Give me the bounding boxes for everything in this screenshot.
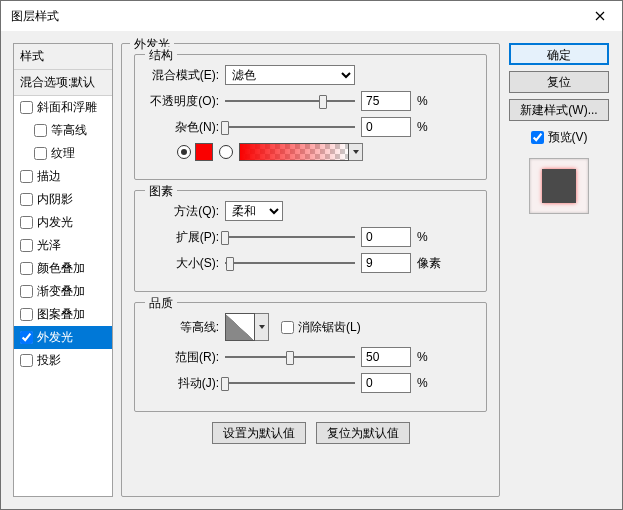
style-item-checkbox[interactable] (20, 239, 33, 252)
noise-slider[interactable] (225, 119, 355, 135)
size-slider[interactable] (225, 255, 355, 271)
style-item-checkbox[interactable] (34, 124, 47, 137)
preview-checkbox-wrap[interactable]: 预览(V) (531, 129, 588, 146)
size-unit: 像素 (417, 255, 441, 272)
contour-dropdown-button[interactable] (255, 313, 269, 341)
technique-label: 方法(Q): (147, 203, 225, 220)
size-label: 大小(S): (147, 255, 225, 272)
style-item-label: 光泽 (37, 237, 61, 254)
antialias-checkbox-label[interactable]: 消除锯齿(L) (281, 319, 361, 336)
style-item-10[interactable]: 外发光 (14, 326, 112, 349)
outer-glow-group: 外发光 结构 混合模式(E): 滤色 不透明度(O): % (121, 43, 500, 497)
style-item-checkbox[interactable] (20, 101, 33, 114)
antialias-checkbox[interactable] (281, 321, 294, 334)
style-item-label: 等高线 (51, 122, 87, 139)
jitter-slider[interactable] (225, 375, 355, 391)
style-item-5[interactable]: 内发光 (14, 211, 112, 234)
style-item-label: 外发光 (37, 329, 73, 346)
preview-box (529, 158, 589, 214)
style-item-label: 纹理 (51, 145, 75, 162)
jitter-unit: % (417, 376, 428, 390)
antialias-text: 消除锯齿(L) (298, 319, 361, 336)
blend-mode-label: 混合模式(E): (147, 67, 225, 84)
elements-group: 图素 方法(Q): 柔和 扩展(P): % 大小(S): (134, 190, 487, 292)
preview-label: 预览(V) (548, 129, 588, 146)
style-item-9[interactable]: 图案叠加 (14, 303, 112, 326)
spread-slider[interactable] (225, 229, 355, 245)
gradient-dropdown-button[interactable] (349, 143, 363, 161)
style-item-7[interactable]: 颜色叠加 (14, 257, 112, 280)
style-item-label: 颜色叠加 (37, 260, 85, 277)
reset-default-button[interactable]: 复位为默认值 (316, 422, 410, 444)
preview-checkbox[interactable] (531, 131, 544, 144)
titlebar: 图层样式 (1, 1, 622, 31)
style-item-checkbox[interactable] (20, 354, 33, 367)
ok-button[interactable]: 确定 (509, 43, 609, 65)
noise-input[interactable] (361, 117, 411, 137)
noise-label: 杂色(N): (147, 119, 225, 136)
center-panel: 外发光 结构 混合模式(E): 滤色 不透明度(O): % (121, 43, 500, 497)
opacity-slider[interactable] (225, 93, 355, 109)
range-input[interactable] (361, 347, 411, 367)
style-item-label: 投影 (37, 352, 61, 369)
style-item-checkbox[interactable] (20, 331, 33, 344)
range-label: 范围(R): (147, 349, 225, 366)
spread-unit: % (417, 230, 428, 244)
style-item-checkbox[interactable] (20, 193, 33, 206)
style-item-label: 内发光 (37, 214, 73, 231)
style-item-6[interactable]: 光泽 (14, 234, 112, 257)
color-radio-solid[interactable] (177, 143, 213, 161)
range-unit: % (417, 350, 428, 364)
jitter-input[interactable] (361, 373, 411, 393)
style-item-label: 描边 (37, 168, 61, 185)
gradient-preview[interactable] (239, 143, 349, 161)
style-item-11[interactable]: 投影 (14, 349, 112, 372)
range-slider[interactable] (225, 349, 355, 365)
opacity-label: 不透明度(O): (147, 93, 225, 110)
style-item-checkbox[interactable] (20, 216, 33, 229)
style-item-3[interactable]: 描边 (14, 165, 112, 188)
window-title: 图层样式 (11, 8, 59, 25)
color-swatch[interactable] (195, 143, 213, 161)
technique-select[interactable]: 柔和 (225, 201, 283, 221)
style-item-label: 渐变叠加 (37, 283, 85, 300)
style-item-checkbox[interactable] (20, 262, 33, 275)
radio-icon (219, 145, 233, 159)
style-item-8[interactable]: 渐变叠加 (14, 280, 112, 303)
close-icon (595, 11, 605, 21)
opacity-input[interactable] (361, 91, 411, 111)
close-button[interactable] (577, 1, 622, 31)
structure-title: 结构 (145, 47, 177, 64)
noise-unit: % (417, 120, 428, 134)
blend-options-header[interactable]: 混合选项:默认 (14, 70, 112, 96)
contour-picker[interactable] (225, 313, 255, 341)
right-panel: 确定 复位 新建样式(W)... 预览(V) (508, 43, 610, 497)
style-item-checkbox[interactable] (20, 170, 33, 183)
style-item-checkbox[interactable] (20, 308, 33, 321)
jitter-label: 抖动(J): (147, 375, 225, 392)
style-item-4[interactable]: 内阴影 (14, 188, 112, 211)
spread-label: 扩展(P): (147, 229, 225, 246)
style-item-checkbox[interactable] (34, 147, 47, 160)
blend-mode-select[interactable]: 滤色 (225, 65, 355, 85)
spread-input[interactable] (361, 227, 411, 247)
new-style-button[interactable]: 新建样式(W)... (509, 99, 609, 121)
style-list-header: 样式 (14, 44, 112, 70)
opacity-unit: % (417, 94, 428, 108)
quality-title: 品质 (145, 295, 177, 312)
set-default-button[interactable]: 设置为默认值 (212, 422, 306, 444)
structure-group: 结构 混合模式(E): 滤色 不透明度(O): % 杂色(N): (134, 54, 487, 180)
preview-swatch (542, 169, 576, 203)
size-input[interactable] (361, 253, 411, 273)
radio-icon (177, 145, 191, 159)
style-item-label: 图案叠加 (37, 306, 85, 323)
reset-button[interactable]: 复位 (509, 71, 609, 93)
style-item-0[interactable]: 斜面和浮雕 (14, 96, 112, 119)
style-item-checkbox[interactable] (20, 285, 33, 298)
elements-title: 图素 (145, 183, 177, 200)
color-radio-gradient[interactable] (219, 145, 233, 159)
quality-group: 品质 等高线: 消除锯齿(L) 范围(R): % (134, 302, 487, 412)
style-item-2[interactable]: 纹理 (14, 142, 112, 165)
style-list-panel: 样式 混合选项:默认 斜面和浮雕等高线纹理描边内阴影内发光光泽颜色叠加渐变叠加图… (13, 43, 113, 497)
style-item-1[interactable]: 等高线 (14, 119, 112, 142)
